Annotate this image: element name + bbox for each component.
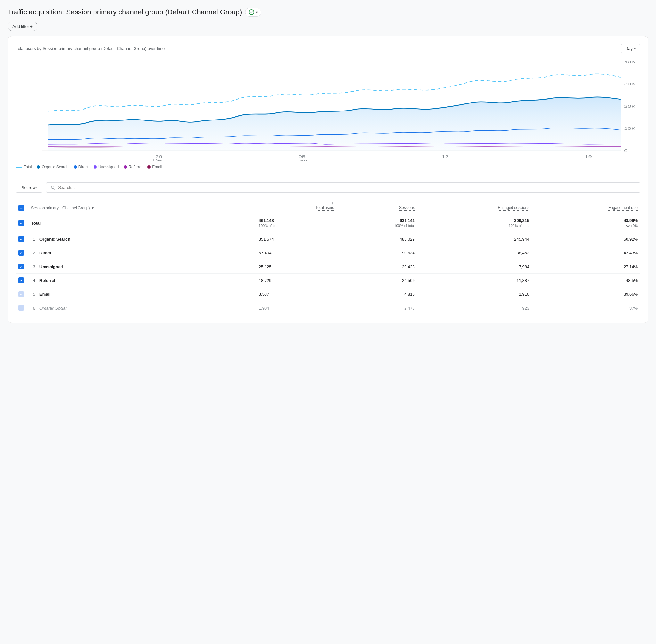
total-checkbox-cell[interactable]	[16, 214, 28, 232]
total-users-label: Total users	[315, 205, 334, 211]
row-engagement-rate: 48.5%	[532, 274, 640, 288]
row-dim-cell: 4 Referral	[28, 274, 256, 288]
row-dim-cell: 1 Organic Search	[28, 232, 256, 246]
row-dim-cell: 6 Organic Social	[28, 301, 256, 315]
legend-unassigned[interactable]: Unassigned	[94, 165, 118, 169]
row-label: Organic Search	[40, 237, 70, 242]
legend-email[interactable]: Email	[147, 165, 162, 169]
legend-direct[interactable]: Direct	[74, 165, 88, 169]
engagement-rate-header[interactable]: Engagement rate	[532, 198, 640, 214]
table-row: 6 Organic Social 1,904 2,478 923 37%	[16, 301, 640, 315]
sort-down-icon: ↓	[331, 201, 333, 205]
row-sessions: 24,509	[337, 274, 417, 288]
row-checkbox-cell[interactable]	[16, 232, 28, 246]
engaged-sessions-header[interactable]: Engaged sessions	[417, 198, 532, 214]
legend-total-label: Total	[24, 165, 32, 169]
row-checkbox-cell[interactable]	[16, 288, 28, 301]
row-checkbox-cell[interactable]	[16, 246, 28, 260]
row-label: Direct	[40, 251, 51, 255]
title-badge[interactable]: ✓ ▾	[245, 8, 261, 17]
row-engagement-rate: 27.14%	[532, 260, 640, 274]
select-all-checkbox[interactable]	[18, 205, 24, 211]
total-engaged-sessions-value: 309,215 100% of total	[417, 214, 532, 232]
page-header: Traffic acquisition: Session primary cha…	[8, 8, 648, 17]
day-selector[interactable]: Day ▾	[621, 44, 640, 53]
row-engagement-rate: 42.43%	[532, 246, 640, 260]
svg-text:10K: 10K	[624, 127, 635, 131]
engagement-rate-label: Engagement rate	[608, 205, 638, 211]
add-filter-label: Add filter	[13, 24, 29, 29]
dim-column-header[interactable]: Session primary…Channel Group) ▾ +	[28, 198, 256, 214]
table-row: 2 Direct 67,404 90,634 38,452 42.43%	[16, 246, 640, 260]
row-rank: 6	[31, 306, 37, 310]
plot-rows-button[interactable]: Plot rows	[16, 183, 42, 192]
total-users-header[interactable]: ↓ Total users	[256, 198, 337, 214]
sessions-header[interactable]: Sessions	[337, 198, 417, 214]
row-checkbox-2[interactable]	[18, 250, 24, 256]
row-sessions: 4,816	[337, 288, 417, 301]
row-checkbox-cell[interactable]	[16, 274, 28, 288]
total-sessions-value: 631,141 100% of total	[337, 214, 417, 232]
row-dim-cell: 2 Direct	[28, 246, 256, 260]
row-checkbox-4[interactable]	[18, 277, 24, 283]
legend-unassigned-icon	[94, 165, 97, 168]
chart-legend: Total Organic Search Direct Unassigned R…	[16, 165, 640, 169]
table-row: 4 Referral 18,729 24,509 11,887 48.5%	[16, 274, 640, 288]
row-dim-cell: 3 Unassigned	[28, 260, 256, 274]
legend-organic-search[interactable]: Organic Search	[37, 165, 68, 169]
search-box[interactable]	[46, 182, 640, 192]
table-header-row: Session primary…Channel Group) ▾ + ↓ Tot…	[16, 198, 640, 214]
search-icon	[50, 185, 55, 190]
svg-text:19: 19	[585, 155, 592, 159]
table-controls: Plot rows	[16, 182, 640, 192]
legend-referral-label: Referral	[128, 165, 142, 169]
row-sessions: 90,634	[337, 246, 417, 260]
row-label: Referral	[40, 278, 55, 283]
add-filter-button[interactable]: Add filter +	[8, 22, 38, 31]
chart-title: Total users by Session primary channel g…	[16, 46, 165, 51]
row-engagement-rate: 37%	[532, 301, 640, 315]
day-selector-label: Day	[625, 46, 633, 51]
row-rank: 3	[31, 264, 37, 269]
total-rate-sub: Avg 0%	[626, 224, 638, 228]
svg-text:Jan: Jan	[297, 158, 307, 161]
main-card: Total users by Session primary channel g…	[8, 36, 648, 323]
row-checkbox-3[interactable]	[18, 264, 24, 270]
row-engaged-sessions: 923	[417, 301, 532, 315]
row-engaged-sessions: 1,910	[417, 288, 532, 301]
legend-referral[interactable]: Referral	[124, 165, 142, 169]
select-all-header[interactable]	[16, 198, 28, 214]
row-checkbox-5[interactable]	[18, 291, 24, 297]
row-total-users: 67,404	[256, 246, 337, 260]
row-engagement-rate: 39.66%	[532, 288, 640, 301]
chevron-down-icon: ▾	[634, 46, 636, 51]
dim-dropdown-arrow[interactable]: ▾	[92, 206, 94, 210]
row-checkbox-cell[interactable]	[16, 301, 28, 315]
row-engaged-sessions: 245,944	[417, 232, 532, 246]
legend-email-label: Email	[152, 165, 162, 169]
legend-total[interactable]: Total	[16, 165, 32, 169]
svg-text:40K: 40K	[624, 60, 635, 64]
total-users-value: 461,148 100% of total	[256, 214, 337, 232]
search-input[interactable]	[58, 185, 636, 190]
table-row: 5 Email 3,537 4,816 1,910 39.66%	[16, 288, 640, 301]
legend-direct-label: Direct	[78, 165, 88, 169]
total-engaged-sub: 100% of total	[509, 224, 529, 228]
row-checkbox-6[interactable]	[18, 305, 24, 311]
row-total-users: 1,904	[256, 301, 337, 315]
row-checkbox-cell[interactable]	[16, 260, 28, 274]
table-row: 1 Organic Search 351,574 483,029 245,944…	[16, 232, 640, 246]
row-total-users: 3,537	[256, 288, 337, 301]
row-rank: 2	[31, 251, 37, 255]
legend-total-icon	[16, 167, 22, 167]
add-dimension-icon[interactable]: +	[95, 205, 98, 211]
legend-referral-icon	[124, 165, 127, 168]
total-users-sub: 100% of total	[259, 224, 279, 228]
total-checkbox[interactable]	[18, 220, 24, 226]
table-row: 3 Unassigned 25,125 29,423 7,984 27.14%	[16, 260, 640, 274]
total-engagement-rate-value: 48.99% Avg 0%	[532, 214, 640, 232]
row-checkbox-1[interactable]	[18, 236, 24, 242]
row-label: Organic Social	[40, 306, 67, 310]
row-engaged-sessions: 7,984	[417, 260, 532, 274]
total-label: Total	[28, 214, 256, 232]
